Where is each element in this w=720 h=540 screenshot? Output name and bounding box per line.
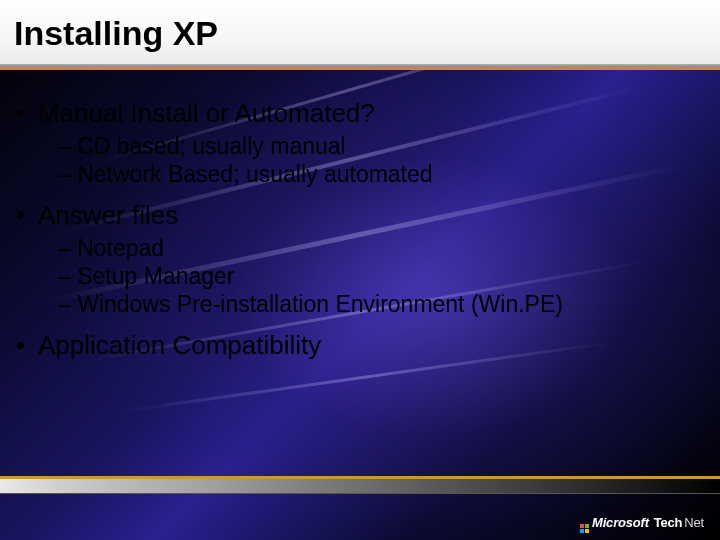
slide-body: •Manual Install or Automated? – CD based… bbox=[16, 92, 700, 365]
footer-gradient bbox=[0, 479, 720, 493]
bullet-text: Answer files bbox=[38, 200, 178, 230]
bullet-text: Application Compatibility bbox=[38, 330, 321, 360]
footer-bar bbox=[0, 476, 720, 494]
bullet-level2: – Windows Pre-installation Environment (… bbox=[58, 291, 700, 318]
microsoft-technet-logo: Microsoft TechNet bbox=[579, 515, 704, 533]
logo-product-bold: Tech bbox=[654, 515, 683, 530]
microsoft-flag-icon bbox=[579, 523, 589, 533]
bullet-text: Manual Install or Automated? bbox=[38, 98, 375, 128]
logo-brand: Microsoft bbox=[592, 515, 649, 530]
bullet-level2: – Network Based; usually automated bbox=[58, 161, 700, 188]
title-accent-line bbox=[0, 67, 720, 70]
bullet-level2: – CD based; usually manual bbox=[58, 133, 700, 160]
footer-line bbox=[0, 493, 720, 494]
logo-product-light: Net bbox=[684, 515, 704, 530]
slide: Installing XP •Manual Install or Automat… bbox=[0, 0, 720, 540]
bullet-level1: •Answer files bbox=[16, 200, 700, 231]
bullet-level2: – Setup Manager bbox=[58, 263, 700, 290]
bullet-level1: •Manual Install or Automated? bbox=[16, 98, 700, 129]
slide-title: Installing XP bbox=[14, 14, 218, 53]
bullet-level1: •Application Compatibility bbox=[16, 330, 700, 361]
bullet-level2: – Notepad bbox=[58, 235, 700, 262]
